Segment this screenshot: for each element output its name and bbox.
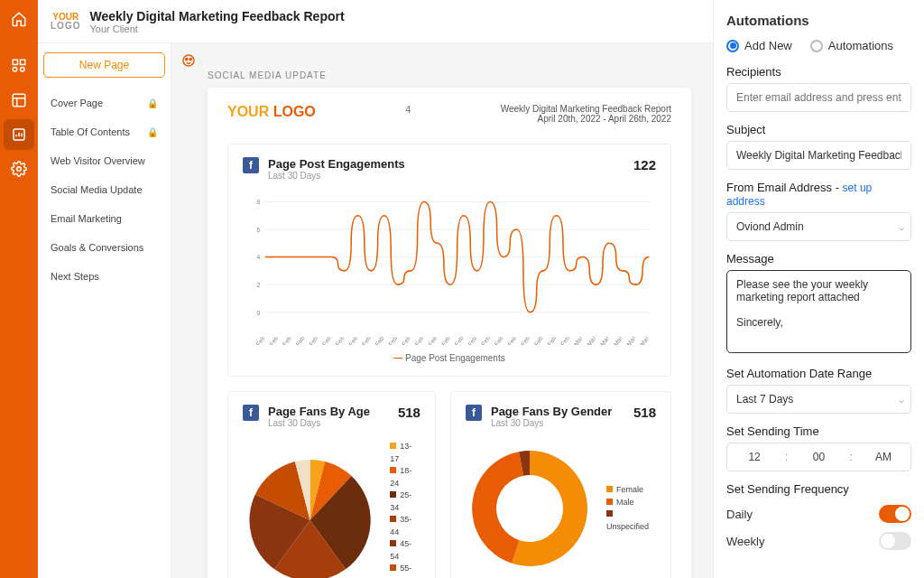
nav-dashboards-icon[interactable] <box>4 85 34 116</box>
page-number: 4 <box>405 104 411 115</box>
svg-text:19 Feb: 19 Feb <box>435 335 451 345</box>
new-page-button[interactable]: New Page <box>43 52 165 78</box>
sidebar-item-email-marketing[interactable]: Email Marketing <box>43 204 165 233</box>
svg-point-2 <box>13 68 17 72</box>
widget-title: Page Fans By Gender <box>491 405 612 418</box>
svg-text:03 Mar: 03 Mar <box>595 334 611 345</box>
send-time-label: Set Sending Time <box>726 424 911 438</box>
svg-text:08 Feb: 08 Feb <box>290 335 306 345</box>
facebook-icon: f <box>466 405 482 421</box>
message-textarea[interactable] <box>726 270 911 353</box>
svg-text:2: 2 <box>256 282 260 288</box>
sidebar-item-next-steps[interactable]: Next Steps <box>43 262 165 291</box>
svg-text:06 Mar: 06 Mar <box>634 334 651 345</box>
widget-value: 518 <box>633 405 656 420</box>
widget-value: 518 <box>398 405 420 420</box>
svg-rect-4 <box>13 94 25 107</box>
widget-engagements[interactable]: f Page Post Engagements Last 30 Days 122… <box>227 144 671 377</box>
svg-text:05 Feb: 05 Feb <box>250 335 266 345</box>
svg-point-9 <box>189 58 191 60</box>
client-logo: YOUR LOGO <box>51 13 80 31</box>
canvas-toolbar <box>180 49 197 72</box>
report-canvas: SOCIAL MEDIA UPDATE YOUR LOGO 4 Weekly D… <box>171 43 713 578</box>
radio-icon <box>810 40 823 52</box>
svg-text:23 Feb: 23 Feb <box>488 335 504 345</box>
widget-title: Page Post Engagements <box>268 157 405 171</box>
date-range-label: Set Automation Date Range <box>726 367 911 380</box>
svg-text:24 Feb: 24 Feb <box>502 335 518 345</box>
subject-label: Subject <box>726 123 911 136</box>
facebook-icon: f <box>243 405 259 421</box>
pie-legend: 13-1718-2425-3435-4445-5455-6465+ <box>390 441 420 578</box>
chart-legend: — Page Post Engagements <box>243 353 656 363</box>
lock-icon: 🔒 <box>147 127 158 137</box>
radio-icon <box>726 40 739 52</box>
page-sidebar: New Page Cover Page🔒Table Of Contents🔒We… <box>38 0 171 578</box>
nav-widgets-icon[interactable] <box>4 51 34 81</box>
svg-text:6: 6 <box>256 227 260 233</box>
svg-text:05 Mar: 05 Mar <box>621 334 637 345</box>
svg-rect-1 <box>21 60 25 64</box>
svg-text:06 Feb: 06 Feb <box>263 335 280 345</box>
svg-text:20 Feb: 20 Feb <box>448 335 465 345</box>
line-chart: 0246805 Feb06 Feb07 Feb08 Feb09 Feb10 Fe… <box>243 191 656 345</box>
widget-subtitle: Last 30 Days <box>268 171 405 181</box>
report-subtitle: Your Client <box>89 23 344 34</box>
svg-text:04 Mar: 04 Mar <box>607 334 624 345</box>
sidebar-item-goals-&-conversions[interactable]: Goals & Conversions <box>43 233 165 262</box>
widget-subtitle: Last 30 Days <box>268 418 370 428</box>
appearance-icon[interactable] <box>180 52 197 69</box>
svg-point-3 <box>21 68 25 72</box>
recipients-label: Recipients <box>726 65 911 79</box>
widget-title: Page Fans By Age <box>268 405 370 418</box>
widget-value: 122 <box>633 157 656 172</box>
sidebar-item-web-visitor-overview[interactable]: Web Visitor Overview <box>43 146 165 175</box>
report-title: Weekly Digital Marketing Feedback Report <box>89 9 344 23</box>
time-picker[interactable]: 12 : 00 : AM <box>726 443 911 471</box>
weekly-toggle[interactable] <box>879 532 911 550</box>
svg-point-7 <box>183 55 194 66</box>
svg-text:12 Feb: 12 Feb <box>343 335 359 345</box>
page-header: YOUR LOGO Weekly Digital Marketing Feedb… <box>38 0 713 43</box>
svg-text:22 Feb: 22 Feb <box>475 335 491 345</box>
daily-toggle[interactable] <box>879 505 911 523</box>
date-range-select[interactable] <box>726 385 911 414</box>
svg-rect-0 <box>13 60 17 64</box>
sidebar-item-social-media-update[interactable]: Social Media Update <box>43 175 165 204</box>
nav-settings-icon[interactable] <box>4 154 34 184</box>
svg-text:14 Feb: 14 Feb <box>369 335 385 345</box>
svg-text:16 Feb: 16 Feb <box>395 335 411 345</box>
app-nav-rail <box>0 0 38 578</box>
nav-reports-icon[interactable] <box>4 119 34 150</box>
svg-text:17 Feb: 17 Feb <box>409 335 425 345</box>
radio-automations[interactable]: Automations <box>810 39 893 52</box>
freq-weekly-label: Weekly <box>726 535 764 548</box>
subject-input[interactable] <box>726 141 911 170</box>
widget-fans-age[interactable]: f Page Fans By Age Last 30 Days 518 13-1… <box>227 391 436 578</box>
svg-text:4: 4 <box>256 254 260 260</box>
svg-point-6 <box>17 167 22 172</box>
svg-text:07 Feb: 07 Feb <box>276 335 292 345</box>
svg-text:8: 8 <box>256 199 260 205</box>
svg-text:01 Mar: 01 Mar <box>568 334 584 345</box>
svg-text:02 Mar: 02 Mar <box>581 334 597 345</box>
sidebar-item-cover-page[interactable]: Cover Page🔒 <box>43 89 165 117</box>
nav-home-icon[interactable] <box>4 4 34 34</box>
svg-text:0: 0 <box>256 310 260 316</box>
paper-meta: Weekly Digital Marketing Feedback Report… <box>501 104 671 124</box>
svg-text:11 Feb: 11 Feb <box>329 335 346 345</box>
widget-subtitle: Last 30 Days <box>491 418 612 428</box>
pie-legend: FemaleMaleUnspecified <box>606 484 656 533</box>
radio-add-new[interactable]: Add New <box>726 39 792 52</box>
widget-fans-gender[interactable]: f Page Fans By Gender Last 30 Days 518 F… <box>450 391 671 578</box>
svg-text:25 Feb: 25 Feb <box>514 335 531 345</box>
pie-chart-age <box>243 452 377 578</box>
automations-panel: Automations Add New Automations Recipien… <box>713 0 924 578</box>
sidebar-item-table-of-contents[interactable]: Table Of Contents🔒 <box>43 117 165 146</box>
svg-text:10 Feb: 10 Feb <box>316 335 332 345</box>
from-select[interactable] <box>726 212 911 241</box>
recipients-input[interactable] <box>726 83 911 112</box>
svg-point-8 <box>186 58 188 60</box>
report-page: YOUR LOGO 4 Weekly Digital Marketing Fee… <box>208 88 691 578</box>
svg-text:28 Feb: 28 Feb <box>555 335 571 345</box>
